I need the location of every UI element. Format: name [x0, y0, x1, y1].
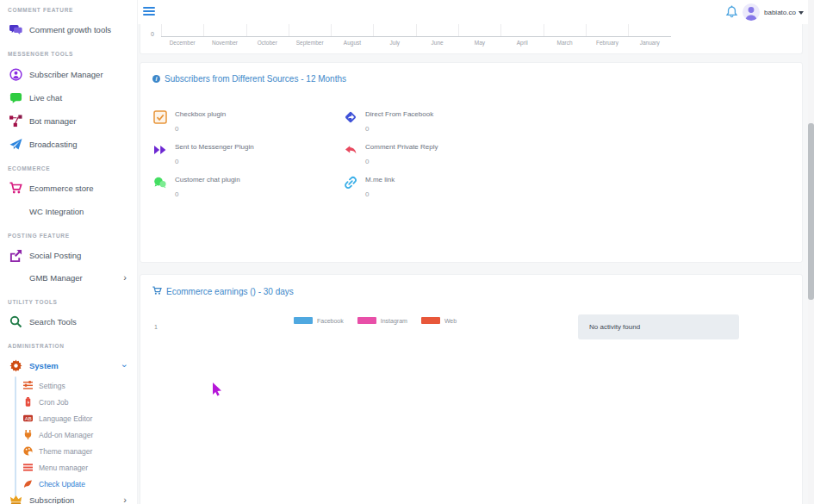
gear-icon [9, 359, 22, 372]
translate-icon: AB [23, 414, 33, 423]
legend-swatch-instagram [357, 317, 376, 324]
sidebar-item-social-posting[interactable]: Social Posting [0, 245, 138, 265]
section-header-administration: ADMINISTRATION [8, 343, 65, 349]
sidebar-item-label: Live chat [29, 93, 62, 103]
search-icon [9, 315, 22, 328]
month-label: June [416, 40, 458, 46]
stat-value: 0 [365, 158, 438, 165]
ecommerce-earnings-card: Ecommerce earnings () - 30 days 1 Facebo… [140, 274, 803, 504]
stat-direct-from-facebook: Direct From Facebook0 [344, 110, 433, 133]
user-circle-icon [9, 68, 22, 81]
stat-label: Direct From Facebook [365, 110, 433, 118]
top-bar: babiato.co [138, 0, 808, 24]
submenu-item-label: Add-on Manager [39, 431, 93, 439]
legend-label: Web [444, 318, 457, 324]
month-label: November [203, 40, 245, 46]
chat-square-icon [9, 91, 22, 104]
submenu-item-label: Cron Job [39, 398, 69, 407]
sidebar-item-label: System [29, 361, 59, 370]
month-label: July [374, 40, 416, 46]
legend-item-instagram: Instagram [357, 317, 407, 324]
section-header-messenger-tools: MESSENGER TOOLS [8, 51, 73, 57]
sidebar-item-label: Subscriber Manager [29, 70, 103, 79]
month-label: September [289, 40, 331, 46]
month-label: December [161, 40, 203, 46]
submenu-item-theme-manager[interactable]: Theme manager [0, 443, 138, 459]
subscribers-sources-card: i Subscribers from Different Sources - 1… [140, 62, 803, 263]
stat-value: 0 [175, 190, 240, 198]
section-header-comment-feature: COMMENT FEATURE [8, 7, 73, 13]
caret-down-icon [798, 11, 804, 15]
svg-text:AB: AB [25, 416, 32, 421]
stat-label: Checkbox plugin [175, 110, 226, 118]
chevron-right-icon: › [123, 495, 127, 504]
sidebar-item-gmb-manager[interactable]: GMB Manager › [0, 267, 138, 288]
username-label: babiato.co [764, 9, 796, 16]
fast-forward-icon [153, 143, 167, 157]
sidebar-item-broadcasting[interactable]: Broadcasting [0, 134, 138, 154]
month-label: October [246, 40, 289, 46]
submenu-item-language-editor[interactable]: AB Language Editor [0, 410, 138, 426]
cart-icon [152, 286, 162, 297]
month-label: February [586, 40, 628, 46]
sidebar-item-label: Search Tools [29, 317, 77, 327]
no-icon [9, 205, 22, 218]
sidebar-item-label: Broadcasting [29, 140, 77, 149]
flowchart-icon [9, 115, 22, 128]
no-activity-message: No activity found [578, 314, 739, 339]
chart-x-axis [161, 36, 671, 37]
mouse-cursor [212, 383, 222, 400]
sidebar-item-live-chat[interactable]: Live chat [0, 87, 138, 108]
stat-value: 0 [175, 158, 254, 165]
submenu-item-addon-manager[interactable]: Add-on Manager [0, 426, 138, 443]
stat-value: 0 [365, 125, 433, 133]
menu-bars-icon [23, 463, 33, 472]
battery-icon [23, 397, 33, 407]
stat-label: M.me link [365, 176, 395, 184]
submenu-item-label: Menu manager [39, 464, 88, 472]
sliders-icon [23, 381, 33, 390]
sidebar-item-label: GMB Manager [29, 273, 83, 283]
sidebar-item-subscription[interactable]: Subscription › [0, 489, 138, 504]
legend-label: Instagram [381, 318, 407, 324]
notifications-bell-icon[interactable] [725, 5, 738, 22]
sidebar-item-ecommerce-store[interactable]: Ecommerce store [0, 177, 138, 198]
month-label: March [544, 40, 586, 46]
no-icon [9, 271, 22, 284]
month-label: May [458, 40, 500, 46]
submenu-item-settings[interactable]: Settings [0, 377, 138, 394]
submenu-item-label: Theme manager [39, 447, 92, 456]
submenu-item-label: Check Update [39, 480, 85, 488]
user-menu[interactable]: babiato.co [764, 9, 804, 16]
sidebar-item-comment-growth-tools[interactable]: Comment growth tools [0, 19, 138, 40]
cart-icon [9, 182, 22, 195]
sidebar-item-label: WC Integration [29, 207, 84, 216]
submenu-item-cron-job[interactable]: Cron Job [0, 394, 138, 410]
stat-label: Sent to Messenger Plugin [175, 143, 254, 151]
sidebar-item-subscriber-manager[interactable]: Subscriber Manager [0, 64, 138, 84]
reply-icon [344, 143, 357, 157]
comment-bubbles-icon [9, 23, 22, 36]
legend-item-web: Web [421, 317, 457, 324]
user-avatar[interactable] [743, 3, 760, 21]
stat-sent-to-messenger: Sent to Messenger Plugin0 [153, 143, 254, 165]
card-title-label: Subscribers from Different Sources - 12 … [165, 74, 346, 84]
checkbox-icon [153, 110, 167, 124]
sidebar-item-system[interactable]: System › [0, 355, 138, 376]
vertical-scrollbar[interactable] [808, 0, 814, 504]
card-title: Ecommerce earnings () - 30 days [152, 286, 294, 297]
sidebar-item-wc-integration[interactable]: WC Integration [0, 201, 138, 221]
scrollbar-thumb[interactable] [808, 123, 814, 300]
chart-gridlines [161, 24, 671, 36]
chart-month-labels: December November October September Augu… [161, 40, 671, 46]
chat-bubbles-icon [153, 176, 167, 190]
hamburger-menu-icon[interactable] [143, 5, 155, 17]
chevron-down-icon: › [121, 364, 130, 367]
sidebar-item-search-tools[interactable]: Search Tools [0, 311, 138, 332]
stat-value: 0 [175, 125, 226, 133]
person-icon [743, 3, 760, 21]
chart-legend: Facebook Instagram Web [294, 317, 470, 324]
chart-y-tick-0: 0 [151, 31, 154, 37]
sidebar-item-bot-manager[interactable]: Bot manager [0, 110, 138, 131]
submenu-item-menu-manager[interactable]: Menu manager [0, 459, 138, 476]
